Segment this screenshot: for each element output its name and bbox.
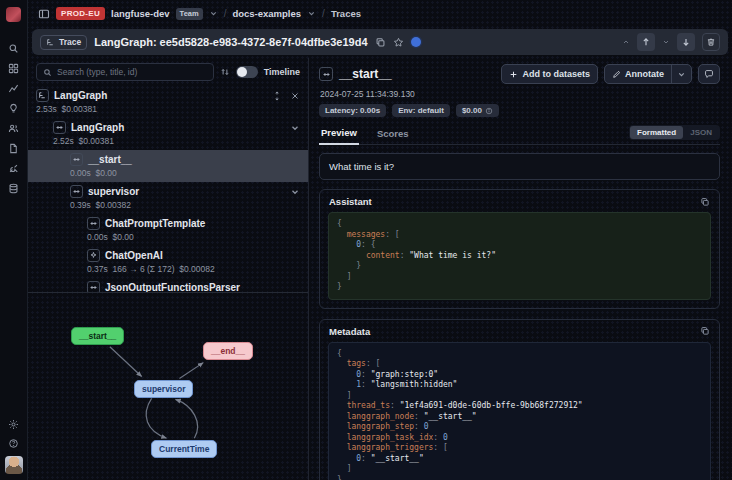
langfuse-logo[interactable]: [6, 7, 21, 22]
breadcrumb-section[interactable]: Traces: [331, 8, 361, 19]
graph-node-end[interactable]: __end__: [203, 342, 253, 360]
tree-row-label: ChatPromptTemplate: [105, 218, 205, 229]
annotate-button[interactable]: Annotate: [605, 65, 671, 83]
collapse-node-button[interactable]: [290, 123, 300, 133]
nav-users-button[interactable]: [6, 122, 22, 135]
breadcrumb-project[interactable]: docs-examples: [232, 8, 301, 19]
copy-metadata-button[interactable]: [700, 326, 710, 336]
tree-row-langgraph[interactable]: LangGraph 2.52s $0.00381: [28, 118, 308, 150]
nav-playground-button[interactable]: [6, 162, 22, 175]
tree-row-trace[interactable]: LangGraph 2.53s $0.00381: [28, 86, 308, 118]
add-to-datasets-button[interactable]: Add to datasets: [501, 64, 598, 84]
trace-badge-label: Trace: [59, 37, 81, 47]
tab-scores[interactable]: Scores: [375, 126, 411, 144]
span-icon: [87, 217, 100, 230]
env-badge[interactable]: Env: default: [392, 104, 450, 117]
badge-row: Latency: 0.00s Env: default $0.00: [319, 104, 720, 117]
assistant-card-header: Assistant: [320, 190, 719, 212]
breadcrumb-org[interactable]: langfuse-dev: [111, 8, 170, 19]
search-icon: [43, 68, 52, 77]
cost-badge[interactable]: $0.00: [456, 104, 499, 117]
tree-row-chatopenai[interactable]: ChatOpenAI 0.37s 166 → 6 (Σ 172) $0.0008…: [28, 246, 308, 278]
file-icon: [8, 143, 19, 154]
metadata-json: { tags: [ 0: "graph:step:0" 1: "langsmit…: [328, 342, 711, 480]
app-root: PROD-EU langfuse-dev Team / docs-example…: [0, 0, 732, 480]
latency-badge[interactable]: Latency: 0.00s: [319, 104, 386, 117]
org-switcher-button[interactable]: [209, 9, 218, 18]
tree-search-input[interactable]: [57, 67, 207, 77]
timeline-toggle[interactable]: [236, 66, 258, 78]
collapse-node-button[interactable]: [290, 187, 300, 197]
sort-arrows-icon: [220, 67, 230, 77]
metadata-title: Metadata: [329, 326, 370, 337]
lightbulb-icon: [8, 103, 19, 114]
span-icon: [319, 67, 333, 81]
tree-row-start-selected[interactable]: __start__ 0.00s $0.00: [28, 150, 308, 182]
graph-node-currenttime[interactable]: CurrentTime: [151, 440, 217, 458]
annotate-label: Annotate: [625, 69, 664, 79]
arrow-up-icon: [641, 37, 651, 47]
star-icon: [393, 37, 404, 48]
bookmark-trace-button[interactable]: [393, 37, 404, 48]
next-trace-button[interactable]: [677, 33, 695, 51]
nav-dashboard-button[interactable]: [6, 62, 22, 75]
copy-icon: [700, 197, 710, 207]
annotate-split-button: Annotate: [604, 64, 692, 84]
collapse-all-icon[interactable]: [290, 91, 300, 101]
tree-row-stats: 0.37s 166 → 6 (Σ 172) $0.00082: [87, 264, 300, 274]
public-indicator[interactable]: [411, 37, 421, 47]
copy-assistant-button[interactable]: [700, 197, 710, 207]
comments-button[interactable]: [698, 64, 720, 84]
tree-search-row: Timeline: [28, 58, 308, 86]
tab-preview[interactable]: Preview: [319, 125, 359, 145]
nav-prompts-button[interactable]: [6, 102, 22, 115]
tree-row-stats: 0.00s $0.00: [70, 168, 300, 178]
tree-row-jsonoutputfunctionsparser[interactable]: JsonOutputFunctionsParser: [28, 278, 308, 292]
format-formatted-button[interactable]: Formatted: [630, 126, 683, 139]
nav-datasets-button[interactable]: [6, 142, 22, 155]
tree-row-supervisor[interactable]: supervisor 0.39s $0.00382: [28, 182, 308, 214]
chevron-down-icon: [307, 9, 316, 18]
cost-value: $0.00: [462, 106, 482, 115]
span-icon: [70, 185, 83, 198]
tree-row-stats: 2.52s $0.00381: [53, 136, 300, 146]
chevron-down-icon: [677, 70, 686, 79]
tree-row-chatprompttemplate[interactable]: ChatPromptTemplate 0.00s $0.00: [28, 214, 308, 246]
expand-all-icon[interactable]: [272, 91, 282, 101]
help-button[interactable]: [6, 437, 22, 450]
wrench-icon: [8, 163, 19, 174]
assistant-json: { messages: [ 0: { content: "What time i…: [328, 212, 711, 300]
copy-trace-id-button[interactable]: [375, 37, 386, 48]
chevron-down-icon: [209, 9, 218, 18]
tree-row-stats: 0.00s $0.00: [87, 232, 300, 242]
environment-badge[interactable]: PROD-EU: [56, 7, 105, 20]
assistant-title: Assistant: [329, 196, 372, 207]
reorder-button[interactable]: [220, 67, 230, 77]
nav-database-button[interactable]: [6, 182, 22, 195]
graph-node-supervisor[interactable]: supervisor: [134, 380, 193, 398]
user-avatar[interactable]: [5, 456, 23, 474]
metadata-card-header: Metadata: [320, 320, 719, 342]
sidebar-toggle-button[interactable]: [38, 8, 50, 20]
metadata-card: Metadata { tags: [ 0: "graph:step:0" 1: …: [319, 319, 720, 480]
copy-icon: [700, 326, 710, 336]
plus-icon: [509, 70, 518, 79]
detail-tabs: Preview Scores Formatted JSON: [319, 125, 720, 145]
delete-trace-button[interactable]: [702, 33, 720, 51]
trace-type-badge[interactable]: Trace: [40, 35, 87, 50]
add-to-datasets-label: Add to datasets: [522, 69, 590, 79]
nav-tracing-button[interactable]: [6, 82, 22, 95]
pen-icon: [612, 70, 621, 79]
preview-content: What time is it? Assistant { messages: […: [319, 145, 720, 480]
org-plan-badge: Team: [176, 8, 203, 20]
project-switcher-button[interactable]: [307, 9, 316, 18]
prev-trace-button[interactable]: [637, 33, 655, 51]
graph-node-start[interactable]: __start__: [71, 327, 124, 345]
main-content: Timeline LangGraph 2.53s $0.00381: [28, 58, 732, 480]
chevron-down-icon: [290, 187, 300, 197]
annotate-dropdown-button[interactable]: [671, 65, 691, 83]
tree-row-stats: 2.53s $0.00381: [36, 104, 300, 114]
settings-button[interactable]: [6, 418, 22, 431]
nav-search-button[interactable]: [6, 42, 22, 55]
format-json-button[interactable]: JSON: [683, 126, 719, 139]
